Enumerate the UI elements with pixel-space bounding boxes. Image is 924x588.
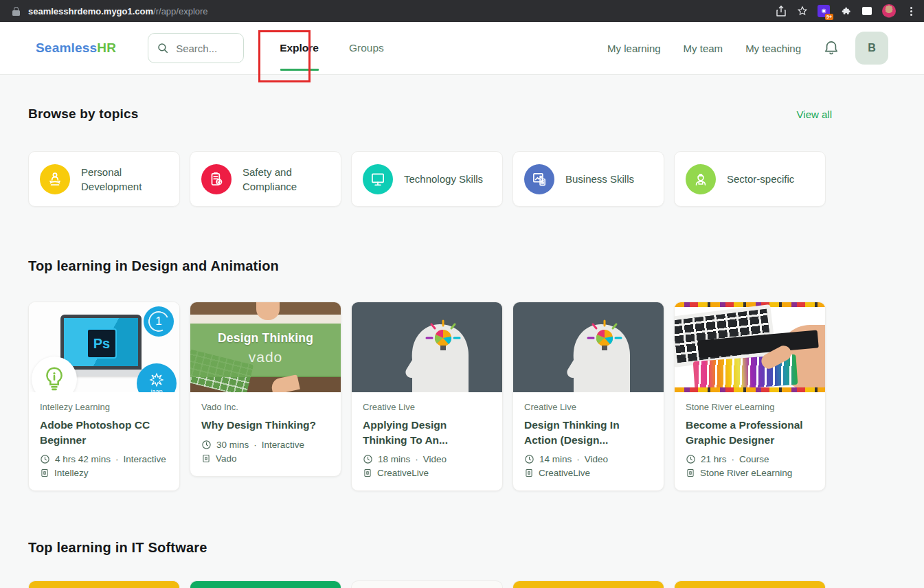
seamlesshr-logo[interactable]: SeamlessHR: [36, 41, 116, 56]
topics-row: Personal Development Safety and Complian…: [28, 151, 826, 207]
course-thumbnail-color-palette: [675, 302, 825, 392]
course-source-line: Intellezy: [40, 468, 168, 478]
browser-bar: seamlesshrdemo.mygo1.com/r/app/explore ✷…: [0, 0, 924, 22]
course-card-stub[interactable]: [512, 580, 664, 588]
course-duration-line: 18 mins·Video: [363, 454, 491, 464]
search-input[interactable]: [176, 43, 235, 54]
course-source-line: CreativeLive: [363, 468, 491, 478]
course-title: Applying Design Thinking To An...: [363, 418, 491, 447]
topic-card-safety-compliance[interactable]: Safety and Compliance: [190, 151, 341, 207]
design-animation-cards-row: Ps 1 iaap Intellezy Learning Adobe Photo…: [28, 302, 826, 491]
share-icon[interactable]: [775, 5, 787, 17]
clipboard-check-icon: [201, 164, 232, 194]
photoshop-logo: Ps: [87, 328, 117, 359]
address-bar[interactable]: seamlesshrdemo.mygo1.com/r/app/explore: [28, 6, 208, 16]
clock-icon: [363, 454, 373, 464]
course-provider: Creative Live: [363, 402, 491, 412]
search-icon: [157, 42, 169, 54]
bookmark-star-icon[interactable]: [796, 5, 808, 17]
search-box[interactable]: [148, 33, 244, 63]
header-right: My learning My team My teaching B: [607, 32, 888, 65]
course-duration-line: 21 hrs·Course: [686, 454, 814, 464]
course-duration-line: 4 hrs 42 mins·Interactive: [40, 454, 168, 464]
topic-card-business-skills[interactable]: Business Skills: [512, 151, 664, 207]
course-card-stub[interactable]: [28, 580, 180, 588]
course-title: Become a Professional Graphic Designer: [686, 418, 814, 447]
course-source-line: Vado: [201, 453, 330, 464]
nav-my-learning[interactable]: My learning: [607, 43, 661, 54]
chart-calculator-icon: [524, 164, 554, 194]
topic-card-technology-skills[interactable]: Technology Skills: [351, 151, 503, 207]
course-thumbnail-vado: Design Thinking vado: [190, 302, 341, 392]
course-thumbnail-photoshop: Ps 1 iaap: [29, 302, 179, 392]
course-title: Design Thinking In Action (Design...: [524, 418, 653, 447]
nav-my-team[interactable]: My team: [684, 43, 723, 54]
active-tab-underline: [280, 69, 319, 71]
course-provider: Stone River eLearning: [686, 402, 814, 412]
app-header: SeamlessHR Explore Groups My learning My…: [0, 22, 924, 75]
course-card-graphic-designer[interactable]: Stone River eLearning Become a Professio…: [674, 302, 826, 491]
tab-explore[interactable]: Explore: [264, 22, 334, 75]
course-card-design-thinking-in-action[interactable]: Creative Live Design Thinking In Action …: [512, 302, 664, 491]
side-panel-icon[interactable]: [861, 5, 872, 17]
tab-groups[interactable]: Groups: [334, 22, 399, 75]
course-card-adobe-photoshop[interactable]: Ps 1 iaap Intellezy Learning Adobe Photo…: [28, 302, 180, 491]
it-software-cards-row: [28, 580, 826, 588]
course-title: Adobe Photoshop CC Beginner: [40, 418, 168, 447]
extension-badge: 9+: [825, 14, 833, 20]
provider-building-icon: [363, 468, 372, 478]
extension-icon[interactable]: ✷ 9+: [818, 5, 830, 17]
main-tabs: Explore Groups: [264, 22, 399, 75]
course-provider: Vado Inc.: [201, 402, 330, 412]
browse-by-topics-heading: Browse by topics: [28, 106, 139, 122]
course-provider: Creative Live: [524, 402, 653, 412]
provider-building-icon: [524, 468, 534, 478]
course-source-line: CreativeLive: [524, 468, 653, 478]
course-card-stub[interactable]: [351, 580, 503, 588]
course-card-applying-design-thinking[interactable]: Creative Live Applying Design Thinking T…: [351, 302, 503, 491]
topic-card-personal-development[interactable]: Personal Development: [28, 151, 180, 207]
vado-logo-text: vado: [190, 349, 341, 365]
course-thumbnail-head-silhouette: [352, 302, 502, 392]
course-thumbnail-head-silhouette: [513, 302, 664, 392]
course-duration-line: 30 mins·Interactive: [201, 440, 330, 450]
course-card-stub[interactable]: [674, 580, 826, 588]
module-count-badge: 1: [144, 306, 174, 337]
clock-icon: [201, 440, 212, 450]
clock-icon: [40, 454, 50, 464]
notification-bell-icon[interactable]: [824, 40, 839, 56]
user-avatar[interactable]: B: [855, 32, 888, 65]
browser-profile-avatar[interactable]: [882, 4, 896, 18]
course-card-why-design-thinking[interactable]: Design Thinking vado Vado Inc. Why Desig…: [190, 302, 341, 477]
worker-icon: [686, 164, 716, 194]
url-path: /r/app/explore: [153, 6, 208, 16]
course-duration-line: 14 mins·Video: [524, 454, 653, 464]
clock-icon: [686, 454, 696, 464]
clock-icon: [524, 454, 534, 464]
course-provider: Intellezy Learning: [40, 402, 168, 412]
topic-card-sector-specific[interactable]: Sector-specific: [674, 151, 826, 207]
provider-building-icon: [201, 453, 211, 464]
monitor-icon: [363, 164, 393, 194]
explore-page: Browse by topics View all Personal Devel…: [0, 106, 924, 588]
section-heading-design-animation: Top learning in Design and Animation: [28, 258, 924, 274]
nav-my-teaching[interactable]: My teaching: [745, 43, 801, 54]
extensions-puzzle-icon[interactable]: [840, 5, 851, 17]
thumbnail-title-text: Design Thinking: [190, 331, 341, 346]
course-title: Why Design Thinking?: [201, 418, 330, 433]
iaap-badge: iaap: [137, 363, 177, 392]
browser-menu-icon[interactable]: [905, 5, 917, 17]
provider-building-icon: [40, 468, 49, 478]
lock-icon[interactable]: [12, 7, 20, 16]
meditation-icon: [40, 164, 70, 194]
view-all-link[interactable]: View all: [797, 109, 832, 120]
provider-building-icon: [686, 468, 695, 478]
course-card-stub[interactable]: [190, 580, 341, 588]
course-source-line: Stone River eLearning: [686, 468, 814, 478]
url-host: seamlesshrdemo.mygo1.com: [28, 6, 153, 16]
section-heading-it-software: Top learning in IT Software: [28, 540, 924, 556]
